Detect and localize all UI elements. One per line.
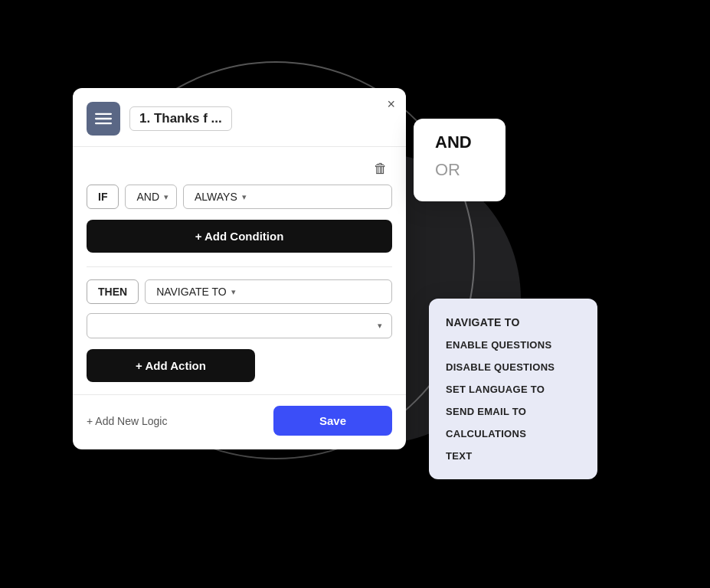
logic-modal: × 1. Thanks f ... 🗑 IF AND ▾ ALWAYS — [73, 88, 406, 449]
nav-item-email[interactable]: SEND EMAIL TO — [446, 400, 581, 423]
close-button[interactable]: × — [387, 97, 395, 111]
modal-footer: + Add New Logic Save — [73, 394, 406, 449]
add-condition-button[interactable]: + Add Condition — [87, 220, 392, 253]
and-dropdown-value: AND — [136, 191, 159, 203]
section-divider — [87, 266, 392, 267]
action-sub-row: ▾ — [87, 313, 392, 338]
nav-item-language[interactable]: SET LANGUAGE TO — [446, 378, 581, 400]
modal-title: 1. Thanks f ... — [129, 106, 232, 131]
and-chevron-icon: ▾ — [164, 192, 169, 202]
always-chevron-icon: ▾ — [242, 192, 247, 202]
menu-icon — [95, 110, 112, 127]
if-label: IF — [87, 185, 119, 209]
delete-row: 🗑 — [87, 159, 392, 178]
always-dropdown-value: ALWAYS — [195, 191, 237, 203]
action-sub-dropdown[interactable]: ▾ — [87, 313, 392, 338]
nav-item-navigate[interactable]: NAVIGATE TO — [446, 311, 581, 334]
save-button[interactable]: Save — [273, 406, 392, 436]
svg-rect-2 — [95, 122, 112, 124]
nav-item-text[interactable]: TEXT — [446, 445, 581, 467]
svg-rect-0 — [95, 113, 112, 115]
condition-row: IF AND ▾ ALWAYS ▾ — [87, 185, 392, 209]
and-or-dropdown: AND OR — [414, 119, 506, 201]
always-dropdown[interactable]: ALWAYS ▾ — [183, 185, 392, 209]
modal-body: 🗑 IF AND ▾ ALWAYS ▾ + Add Condition THEN… — [73, 147, 406, 394]
navigate-chevron-icon: ▾ — [231, 287, 236, 297]
or-option[interactable]: OR — [435, 160, 484, 180]
add-action-button[interactable]: + Add Action — [87, 349, 255, 382]
svg-rect-1 — [95, 118, 112, 119]
then-label: THEN — [87, 279, 139, 304]
navigate-dropdown: NAVIGATE TO ENABLE QUESTIONS DISABLE QUE… — [429, 299, 597, 479]
and-option[interactable]: AND — [435, 132, 484, 152]
delete-button[interactable]: 🗑 — [369, 159, 392, 178]
navigate-dropdown-value: NAVIGATE TO — [156, 286, 227, 298]
modal-header: 1. Thanks f ... — [73, 88, 406, 147]
and-dropdown[interactable]: AND ▾ — [125, 185, 177, 209]
nav-item-disable[interactable]: DISABLE QUESTIONS — [446, 356, 581, 378]
navigate-dropdown-btn[interactable]: NAVIGATE TO ▾ — [145, 279, 392, 304]
header-icon-container — [87, 102, 120, 136]
nav-item-enable[interactable]: ENABLE QUESTIONS — [446, 334, 581, 356]
action-row: THEN NAVIGATE TO ▾ — [87, 279, 392, 304]
add-logic-button[interactable]: + Add New Logic — [87, 415, 167, 427]
nav-item-calc[interactable]: CALCULATIONS — [446, 423, 581, 445]
sub-chevron-icon: ▾ — [378, 321, 382, 331]
